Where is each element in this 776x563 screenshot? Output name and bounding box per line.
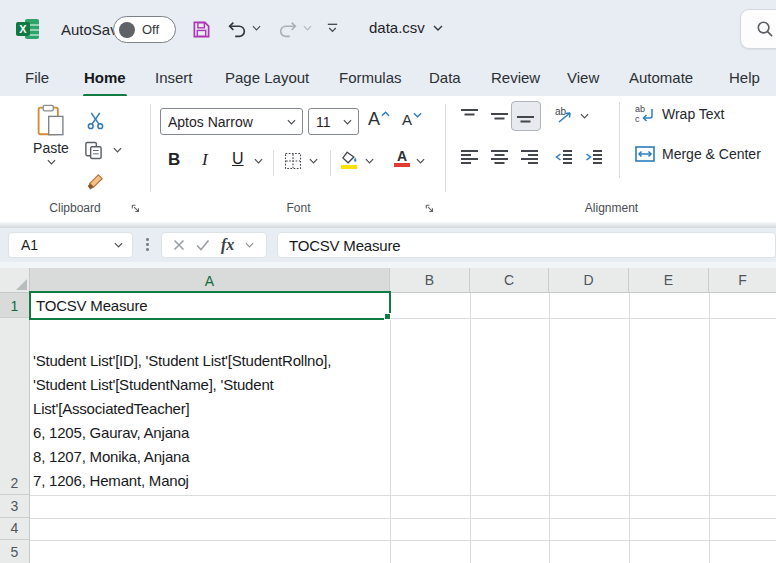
align-top-button[interactable] [461,108,479,124]
format-painter-icon[interactable] [86,172,105,191]
tab-file[interactable]: File [25,64,49,90]
save-icon[interactable] [192,20,211,39]
formula-input[interactable]: TOCSV Measure [277,232,776,258]
tab-insert[interactable]: Insert [155,64,193,90]
grow-caret-icon [381,111,390,117]
orientation-button[interactable]: ab [555,106,575,124]
column-header-b[interactable]: B [390,268,470,293]
select-all-corner[interactable] [0,268,30,293]
search-box[interactable] [740,9,776,49]
underline-dropdown-chevron-icon[interactable] [254,158,263,164]
paste-dropdown-chevron-icon [47,159,56,165]
ribbon: Paste [0,96,776,222]
column-header-e[interactable]: E [629,268,709,293]
column-header-f[interactable]: F [709,268,776,293]
insert-function-button[interactable]: fx [221,236,234,254]
merge-center-button[interactable]: Merge & Center [635,146,761,162]
paste-button[interactable]: Paste [24,104,78,165]
increase-indent-button[interactable] [585,150,603,164]
autosave-state: Off [142,22,159,37]
formula-bar: A1 fx TOCSV Measure [0,228,776,262]
quick-access-toolbar-icon[interactable] [325,22,340,36]
orientation-dropdown-chevron-icon[interactable] [580,113,589,119]
name-box[interactable]: A1 [8,232,133,258]
cell-a2-line: 7, 1206, Hemant, Manoj [33,469,386,493]
align-right-button[interactable] [521,150,539,164]
font-dialog-launcher-icon[interactable] [424,203,435,214]
font-name-value: Aptos Narrow [168,114,253,130]
gridline [30,540,776,541]
wrap-text-icon: ab c [635,104,655,123]
decrease-indent-button[interactable] [555,150,573,164]
increase-font-size-button[interactable]: A [368,109,390,130]
shrink-caret-icon [413,112,422,118]
autosave-toggle[interactable]: Off [113,16,176,43]
italic-button[interactable]: I [202,150,208,170]
redo-icon [277,18,299,40]
document-title[interactable]: data.csv [369,19,443,36]
cancel-icon[interactable] [173,239,185,251]
wrap-text-button[interactable]: ab c Wrap Text [635,104,725,123]
fill-color-dropdown-chevron-icon[interactable] [365,158,374,164]
copy-dropdown-chevron-icon[interactable] [113,147,122,153]
gridline [709,293,710,563]
borders-button[interactable] [284,152,302,170]
align-center-button[interactable] [491,150,509,164]
tab-view[interactable]: View [567,64,599,90]
column-header-d[interactable]: D [549,268,629,293]
tab-formulas[interactable]: Formulas [339,64,402,90]
borders-dropdown-chevron-icon[interactable] [309,158,318,164]
font-size-select[interactable]: 11 [308,108,359,135]
spreadsheet-grid: A B C D E F 1 2 3 4 5 'Student List'[ID]… [0,268,776,563]
merge-center-label: Merge & Center [662,146,761,162]
enter-check-icon[interactable] [196,239,210,251]
row-header-4[interactable]: 4 [0,518,29,540]
font-name-select[interactable]: Aptos Narrow [160,108,303,135]
cell-a1-selected[interactable]: TOCSV Measure [29,291,391,320]
undo-icon[interactable] [226,18,248,40]
cell-a2[interactable]: 'Student List'[ID], 'Student List'[Stude… [33,320,386,493]
alignment-group-label: Alignment [447,201,776,215]
tab-help[interactable]: Help [729,64,760,90]
tab-home[interactable]: Home [84,64,126,90]
cell-a2-line [33,325,386,349]
clipboard-dialog-launcher-icon[interactable] [130,203,141,214]
clipboard-group-label: Clipboard [0,201,150,215]
column-header-c[interactable]: C [470,268,549,293]
fill-color-button[interactable] [341,151,360,169]
group-clipboard: Paste [0,96,150,222]
group-divider [150,104,151,192]
title-bar: X AutoSave Off data.csv [0,0,776,58]
font-color-dropdown-chevron-icon[interactable] [416,158,425,164]
filename-chevron-down-icon [433,25,443,31]
underline-button[interactable]: U [232,150,244,168]
undo-dropdown-chevron-icon[interactable] [252,25,261,31]
row-header-5[interactable]: 5 [0,540,29,563]
paste-label: Paste [33,140,69,156]
clipboard-icon [37,104,65,137]
bold-button[interactable]: B [168,150,180,170]
tab-data[interactable]: Data [429,64,461,90]
fx-chevron-down-icon[interactable] [245,242,254,248]
row-header-1[interactable]: 1 [0,293,29,318]
align-middle-button[interactable] [491,108,509,124]
fill-handle[interactable] [384,313,391,320]
tab-review[interactable]: Review [491,64,540,90]
tab-automate[interactable]: Automate [629,64,693,90]
copy-icon[interactable] [84,141,103,160]
decrease-font-size-button[interactable]: A [402,111,422,128]
cell-a2-line: 8, 1207, Monika, Anjana [33,445,386,469]
cut-scissors-icon[interactable] [86,111,105,130]
svg-text:ab: ab [635,104,645,114]
tab-page-layout[interactable]: Page Layout [225,64,309,90]
borders-grid-icon [284,152,302,170]
gridline [390,293,391,563]
formula-bar-drag-dots-icon[interactable] [146,238,149,251]
font-color-button[interactable]: A [394,150,410,167]
row-header-3[interactable]: 3 [0,495,29,518]
align-left-button[interactable] [461,150,479,164]
row-header-2[interactable]: 2 [0,318,29,495]
font-size-chevron-down-icon [343,119,352,125]
column-header-a[interactable]: A [30,268,390,293]
align-bottom-button-selected[interactable] [511,101,541,131]
